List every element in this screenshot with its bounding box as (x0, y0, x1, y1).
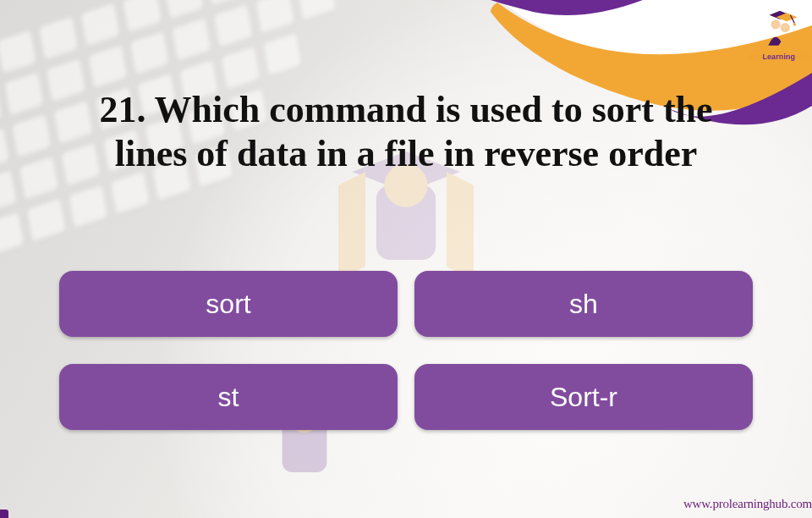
brand-hub: Hub (795, 52, 810, 61)
svg-point-4 (771, 19, 780, 29)
footer-url: www.prolearninghub.com (683, 497, 812, 511)
answer-a-label: sort (206, 289, 250, 320)
answers-grid: sort sh st Sort-r (59, 271, 753, 430)
brand-logo: ProLearningHub (749, 3, 810, 61)
answer-option-a[interactable]: sort (59, 271, 398, 337)
answer-b-label: sh (569, 289, 598, 320)
svg-point-7 (793, 23, 796, 25)
brand-learning: Learning (762, 52, 795, 61)
answer-c-label: st (218, 382, 239, 413)
brand-pro: Pro (749, 52, 762, 61)
question-text: 21. Which command is used to sort the li… (85, 88, 727, 176)
answer-option-d[interactable]: Sort-r (414, 364, 753, 430)
svg-point-5 (781, 23, 790, 32)
bottom-left-accent (0, 510, 8, 518)
graduates-icon (753, 3, 807, 51)
answer-option-b[interactable]: sh (414, 271, 753, 337)
brand-name: ProLearningHub (749, 52, 810, 61)
answer-d-label: Sort-r (550, 382, 617, 413)
answer-option-c[interactable]: st (59, 364, 398, 430)
